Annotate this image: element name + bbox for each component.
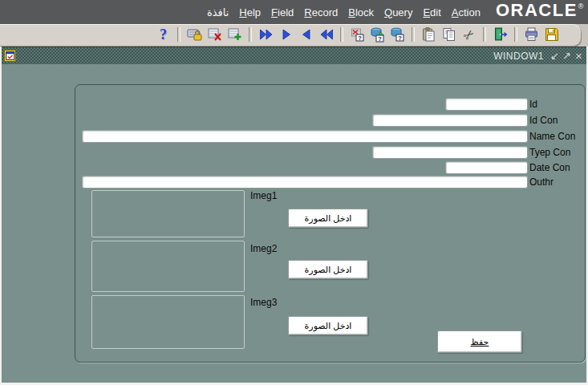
tyep-con-label: Tyep Con: [529, 147, 570, 158]
form-window-icon: [4, 49, 18, 63]
menu-item-action[interactable]: Action: [452, 6, 481, 18]
menu-item-block[interactable]: Block: [348, 6, 374, 18]
application-window: نافذة Help Field Record Block Query Edit…: [0, 0, 588, 385]
restore-icon[interactable]: ↗: [561, 48, 573, 64]
outhr-label: Outhr: [529, 176, 554, 188]
id-con-label: Id Con: [529, 115, 558, 126]
svg-text:?: ?: [378, 35, 382, 43]
toolbar-separator: [483, 27, 486, 42]
paste-icon[interactable]: [420, 26, 438, 43]
delete-record-icon[interactable]: [205, 26, 224, 43]
next-block-icon[interactable]: [257, 26, 275, 43]
window-title: WINDOW1: [493, 51, 544, 62]
toolbar-separator: [412, 27, 415, 42]
outhr-field[interactable]: [82, 176, 528, 188]
menu-bar: نافذة Help Field Record Block Query Edit…: [0, 0, 588, 24]
menu-item-help[interactable]: Help: [239, 6, 261, 18]
image-item-1[interactable]: [91, 190, 245, 237]
exit-icon[interactable]: [491, 26, 509, 43]
menu-item-edit[interactable]: Edit: [423, 6, 440, 18]
keys-icon[interactable]: [185, 26, 204, 43]
load-image-3-button[interactable]: ادخل الصورة: [288, 316, 368, 335]
load-image-2-button[interactable]: ادخل الصورة: [288, 260, 368, 279]
name-con-label: Name Con: [529, 131, 575, 142]
id-field[interactable]: [445, 98, 528, 111]
tyep-con-field[interactable]: [372, 146, 528, 159]
svg-text:?: ?: [358, 34, 362, 42]
insert-record-icon[interactable]: [225, 26, 244, 43]
cut-icon[interactable]: ✂: [460, 26, 478, 43]
image-item-3[interactable]: [91, 295, 245, 349]
imeg1-label: Imeg1: [250, 190, 277, 201]
window-title-bar: WINDOW1 ↙ ↗ ×: [2, 47, 586, 64]
menu-item-field[interactable]: Field: [271, 6, 294, 18]
toolbar-separator: [514, 27, 517, 42]
toolbar: ?: [0, 24, 588, 47]
enter-query-icon[interactable]: ?: [388, 26, 407, 43]
mdi-window: WINDOW1 ↙ ↗ × Id Id Con Name Con Tyep Co…: [0, 47, 588, 385]
cancel-query-icon[interactable]: ?: [348, 26, 367, 43]
print-icon[interactable]: [522, 26, 541, 43]
oracle-logo: ORACLE®: [496, 0, 584, 24]
imeg2-label: Imeg2: [250, 243, 277, 254]
save-icon[interactable]: [542, 26, 561, 43]
close-icon[interactable]: ×: [573, 48, 585, 64]
toolbar-separator: [340, 27, 343, 42]
toolbar-separator: [249, 27, 252, 42]
date-con-field[interactable]: [445, 161, 528, 174]
previous-record-icon[interactable]: [297, 26, 315, 43]
name-con-field[interactable]: [82, 130, 528, 143]
menu-item-query[interactable]: Query: [384, 6, 412, 18]
save-button[interactable]: حفظ: [437, 330, 522, 353]
id-con-field[interactable]: [372, 114, 528, 127]
toolbar-separator: [177, 27, 180, 42]
next-record-icon[interactable]: [277, 26, 295, 43]
imeg3-label: Imeg3: [250, 297, 277, 308]
menu-item-record[interactable]: Record: [304, 6, 338, 18]
previous-block-icon[interactable]: [317, 26, 335, 43]
image-item-2[interactable]: [91, 241, 245, 292]
menu-item-window-ar[interactable]: نافذة: [207, 6, 229, 18]
id-label: Id: [529, 99, 537, 110]
minimize-icon[interactable]: ↙: [549, 48, 561, 64]
copy-icon[interactable]: [440, 26, 458, 43]
execute-query-icon[interactable]: ?: [368, 26, 387, 43]
date-con-label: Date Con: [529, 162, 570, 173]
form-canvas: Id Id Con Name Con Tyep Con Date Con Out…: [2, 64, 586, 383]
load-image-1-button[interactable]: ادخل الصورة: [288, 209, 368, 228]
svg-text:?: ?: [398, 34, 402, 42]
toolbar-icons: ?: [154, 26, 561, 43]
help-icon[interactable]: ?: [154, 26, 172, 43]
